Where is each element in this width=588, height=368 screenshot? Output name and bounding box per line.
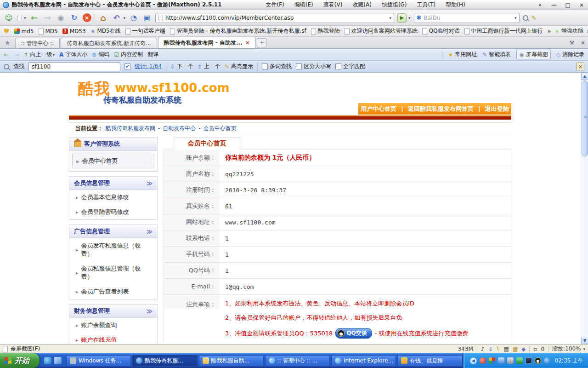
tab-member-center-active[interactable]: 酷我传奇私服发布网 - 自助发... × xyxy=(158,37,256,48)
section-header-member-info[interactable]: 会员信息管理 ≫ xyxy=(69,177,157,190)
site-logo-domain[interactable]: www.sf1100.com xyxy=(115,81,230,95)
close-button[interactable]: × xyxy=(578,2,585,8)
bookmark-MD53[interactable]: ?MD53 xyxy=(62,28,86,34)
tab-close-icon[interactable]: × xyxy=(245,40,250,46)
menu-file[interactable]: 文件(F) xyxy=(266,1,284,9)
status-left-text[interactable]: 全屏截图(F) xyxy=(11,345,40,353)
stop-icon[interactable]: × xyxy=(83,13,91,22)
taskbar-clock[interactable]: 02:35 上午 xyxy=(555,357,583,365)
taskbtn-windows-task[interactable]: Windows 任务... xyxy=(66,355,131,367)
breadcrumb-link-site[interactable]: 酷我传奇私服发布网 xyxy=(106,125,155,132)
bookmark-client[interactable]: 一句话客户端 xyxy=(125,27,165,35)
minimize-button[interactable]: — xyxy=(550,2,558,8)
pen-quick-icon[interactable] xyxy=(54,357,62,364)
match-case-checkbox[interactable]: 区分大小写 xyxy=(296,63,331,70)
start-button[interactable]: 开始 xyxy=(0,353,40,368)
taskbtn-souba[interactable]: 有钱、就是搜 xyxy=(397,355,462,367)
tab-star-icon[interactable]: ★ xyxy=(5,39,11,46)
viewport-icon[interactable]: ▣ xyxy=(142,13,152,23)
menu-view[interactable]: 查看(V) xyxy=(323,1,343,9)
scroll-down-icon[interactable]: ▼ xyxy=(581,337,588,344)
up-level-button[interactable]: ↑ 向上一级 ▾ xyxy=(23,51,55,58)
history-clock-icon[interactable]: ◔ xyxy=(129,13,139,23)
bookmark-beian[interactable]: 欢迎访问备案网站管理系统 xyxy=(345,27,418,35)
tray-blue-icon[interactable] xyxy=(498,357,504,364)
find-stats[interactable]: 统计: 1/64 xyxy=(135,63,162,70)
multi-word-checkbox[interactable]: 多词查找 xyxy=(262,63,292,70)
back-icon[interactable]: ← xyxy=(29,13,40,23)
bookmark-icbc[interactable]: 中国工商银行新一代网上银行 xyxy=(464,27,543,35)
sidebar-item-publish-sf[interactable]: ▸ 会员发布私服信息（收费） xyxy=(69,238,157,261)
clear-history-button[interactable]: ◇ 清除记录 xyxy=(556,51,584,58)
collapse-icon[interactable]: » xyxy=(537,1,543,9)
undo-icon[interactable]: ↶ xyxy=(112,13,122,23)
taskbtn-kuwo-folder[interactable]: 酷我私服自助... xyxy=(199,355,264,367)
bookmark-kuwo-login[interactable]: 酷我登陆 xyxy=(311,27,340,35)
section-header-ad-info[interactable]: 广告信息管理 ≫ xyxy=(69,225,157,238)
find-close-icon[interactable]: × xyxy=(577,63,584,70)
tray-media-icon[interactable] xyxy=(480,357,486,364)
menu-edit[interactable]: 编辑(E) xyxy=(294,1,313,9)
nav-back-icon[interactable]: ← xyxy=(4,51,9,58)
ie-quick-icon[interactable] xyxy=(44,357,51,364)
screen-capture-button[interactable]: ◉ 屏幕截图 xyxy=(516,50,550,59)
address-dropdown-icon[interactable]: ▾ xyxy=(390,16,392,20)
proxy-icon[interactable]: ▤ xyxy=(503,346,509,352)
zoom-level[interactable]: 缩放:100% xyxy=(552,345,581,353)
bookmark-md5-online[interactable]: ★MD5在线 xyxy=(90,27,121,35)
breadcrumb-link-center[interactable]: 自助发布中心 xyxy=(163,125,196,132)
bookmark-qq-chat[interactable]: QQ临时对话 xyxy=(422,27,460,35)
tab-admin-center[interactable]: :: 管理中心 :: xyxy=(15,38,60,48)
scroll-up-icon[interactable]: ▲ xyxy=(581,73,588,80)
search-box[interactable]: ✱ BaiDu ▾ xyxy=(414,13,520,23)
menu-help[interactable]: 帮助(H) xyxy=(446,1,465,9)
favorites-heart-icon[interactable]: ♥ xyxy=(4,28,10,35)
highlight-button[interactable]: ✎ 高亮显示 xyxy=(225,63,253,70)
breadcrumb-link-member-home[interactable]: 会员中心首页 xyxy=(204,125,237,132)
search-dropdown-icon[interactable]: ▾ xyxy=(514,16,517,20)
refresh-icon[interactable]: ↻ xyxy=(69,13,79,23)
folder-icon[interactable]: ▦ xyxy=(513,346,518,352)
find-prev-button[interactable]: ⇧ 上一个 xyxy=(198,63,220,70)
menu-groups[interactable]: 快捷组(G) xyxy=(382,1,407,9)
encoding-button[interactable]: ⊕ 编码 xyxy=(92,51,109,58)
tray-gray-icon[interactable] xyxy=(507,357,514,364)
find-input[interactable]: sf1100 xyxy=(28,62,120,71)
speaker-icon[interactable]: ♪ xyxy=(481,346,485,352)
highlighter-icon[interactable]: ✎ xyxy=(531,14,537,22)
tray-maxthon-icon[interactable] xyxy=(544,357,550,364)
sidebar-item-member-home[interactable]: ▸ 会员中心首页 xyxy=(72,154,154,168)
topnav-return-home-link[interactable]: 返回酷我私服发布网首页 xyxy=(408,105,474,113)
address-url[interactable]: http://www.sf1100.com/vip/MemberCenter.a… xyxy=(165,15,388,21)
go-button[interactable]: ▶ xyxy=(397,13,407,23)
new-tab-button[interactable]: + xyxy=(257,38,267,47)
menu-favorites[interactable]: 收藏(A) xyxy=(352,1,372,9)
sidebar-item-online-recharge[interactable]: ▸ 账户在线充值 xyxy=(69,333,157,344)
tray-monitor-icon[interactable] xyxy=(526,357,532,364)
taskbtn-admin-center[interactable]: :: 管理中心 :: ... xyxy=(265,355,330,367)
topnav-member-home-link[interactable]: 用户中心首页 xyxy=(361,105,396,113)
favorite-sites-button[interactable]: ★ 常用网址 xyxy=(448,51,477,58)
home-icon[interactable]: ⌂ xyxy=(98,13,108,23)
section-header-finance[interactable]: 财务信息管理 ≫ xyxy=(69,305,157,318)
translate-button[interactable]: 翻译 xyxy=(147,51,158,58)
nav-forward-icon[interactable]: → xyxy=(14,51,19,58)
download-icon[interactable]: ⇓ xyxy=(488,346,492,352)
new-page-dropdown-icon[interactable]: ▾ xyxy=(24,16,26,20)
sidebar-item-password[interactable]: ▸ 会员登陆密码修改 xyxy=(69,205,157,219)
tray-collapse-icon[interactable]: ◀ xyxy=(470,357,477,364)
whole-word-checkbox[interactable]: 全字匹配 xyxy=(335,63,365,70)
stats-checkbox-checked[interactable]: ✔ xyxy=(124,63,130,69)
tab-member-center-home[interactable]: 会员中心首页 xyxy=(174,137,240,150)
popup-blocked-icon[interactable]: ▫ xyxy=(533,346,537,352)
sidebar-item-manage-sf[interactable]: ▸ 会员私服信息管理（收费） xyxy=(69,261,157,284)
find-next-button[interactable]: ⇩ 下一个 xyxy=(170,63,193,70)
bookmark-MD5[interactable]: MD5 xyxy=(39,28,58,34)
vertical-scrollbar[interactable]: ▲ ▼ xyxy=(581,73,588,344)
search-magnifier-icon[interactable] xyxy=(523,15,528,21)
topnav-logout-link[interactable]: 退出登陆 xyxy=(485,105,509,113)
tray-qq-penguin-icon[interactable] xyxy=(535,357,541,364)
taskbtn-kuwo-browser[interactable]: 酷我传奇私服... xyxy=(132,355,197,367)
scrollbar-thumb[interactable] xyxy=(582,80,588,156)
up-level-dropdown-icon[interactable]: ▾ xyxy=(53,52,55,57)
